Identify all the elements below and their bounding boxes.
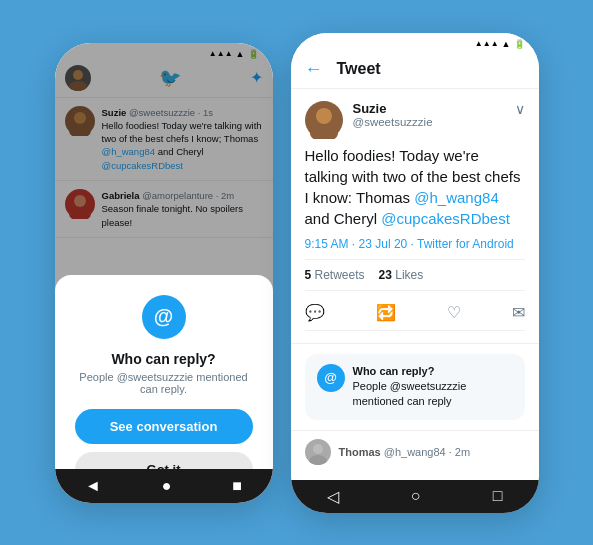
right-signal-icon: ▲▲▲	[475, 39, 499, 48]
back-button[interactable]: ←	[305, 59, 323, 80]
background: ▲▲▲ ▲ 🔋 🐦 ✦	[0, 0, 593, 545]
at-icon: @	[317, 364, 345, 392]
tweet-actions: 💬 🔁 ♡ ✉	[305, 299, 525, 331]
right-user-row: Suzie @sweetsuzzzie ∨	[305, 101, 525, 139]
svg-point-6	[316, 108, 332, 124]
reply-handle: @h_wang84 · 2m	[384, 446, 470, 458]
reply-avatar	[305, 439, 331, 465]
svg-point-7	[310, 124, 338, 139]
svg-point-9	[309, 455, 327, 465]
modal-at-icon: @	[142, 295, 186, 339]
recents-nav-button[interactable]: ■	[232, 477, 242, 495]
retweet-label: Retweets	[315, 268, 365, 282]
left-bottom-nav: ◄ ● ■	[55, 469, 273, 503]
back-nav-button[interactable]: ◄	[85, 477, 101, 495]
right-status-bar: ▲▲▲ ▲ 🔋	[291, 33, 539, 51]
tweet-stats: 5 Retweets 23 Likes	[305, 259, 525, 291]
right-bottom-nav: ◁ ○ □	[291, 480, 539, 513]
modal-subtitle: People @sweetsuzzzie mentioned can reply…	[75, 371, 253, 395]
left-phone: ▲▲▲ ▲ 🔋 🐦 ✦	[55, 43, 273, 503]
right-tweet-text: Hello foodies! Today we're talking with …	[305, 145, 525, 229]
right-back-nav-button[interactable]: ◁	[327, 487, 339, 506]
likes-label: Likes	[395, 268, 423, 282]
right-user-info: Suzie @sweetsuzzzie	[353, 101, 505, 128]
tweet-page-title: Tweet	[337, 60, 381, 78]
right-tweet-area: Suzie @sweetsuzzzie ∨ Hello foodies! Tod…	[291, 89, 539, 344]
heart-icon[interactable]: ♡	[447, 303, 461, 322]
right-suzie-name: Suzie	[353, 101, 505, 116]
right-status-icons: ▲▲▲ ▲ 🔋	[475, 39, 525, 49]
chevron-down-icon: ∨	[515, 101, 525, 117]
right-battery-icon: 🔋	[514, 39, 525, 49]
home-nav-button[interactable]: ●	[162, 477, 172, 495]
likes-count: 23	[379, 268, 392, 282]
right-suzie-avatar	[305, 101, 343, 139]
right-wifi-icon: ▲	[502, 39, 511, 49]
share-icon[interactable]: ✉	[512, 303, 525, 322]
who-can-reply-text: Who can reply? People @sweetsuzzzie ment…	[353, 364, 513, 410]
right-home-nav-button[interactable]: ○	[411, 487, 421, 505]
reply-row: Thomas @h_wang84 · 2m	[291, 430, 539, 473]
phones-container: ▲▲▲ ▲ 🔋 🐦 ✦	[55, 33, 539, 513]
svg-point-8	[313, 444, 323, 454]
retweet-count: 5	[305, 268, 312, 282]
retweet-icon[interactable]: 🔁	[376, 303, 396, 322]
right-header: ← Tweet	[291, 51, 539, 89]
comment-icon[interactable]: 💬	[305, 303, 325, 322]
who-can-reply-box: @ Who can reply? People @sweetsuzzzie me…	[305, 354, 525, 420]
right-suzie-handle: @sweetsuzzzie	[353, 116, 505, 128]
right-phone: ▲▲▲ ▲ 🔋 ← Tweet Suzie @sweetsuzzz	[291, 33, 539, 513]
modal-overlay: @ Who can reply? People @sweetsuzzzie me…	[55, 43, 273, 503]
see-conversation-button[interactable]: See conversation	[75, 409, 253, 444]
reply-user: Thomas	[339, 446, 381, 458]
right-recents-nav-button[interactable]: □	[493, 487, 503, 505]
tweet-meta: 9:15 AM · 23 Jul 20 · Twitter for Androi…	[305, 237, 525, 251]
modal-title: Who can reply?	[111, 351, 215, 367]
